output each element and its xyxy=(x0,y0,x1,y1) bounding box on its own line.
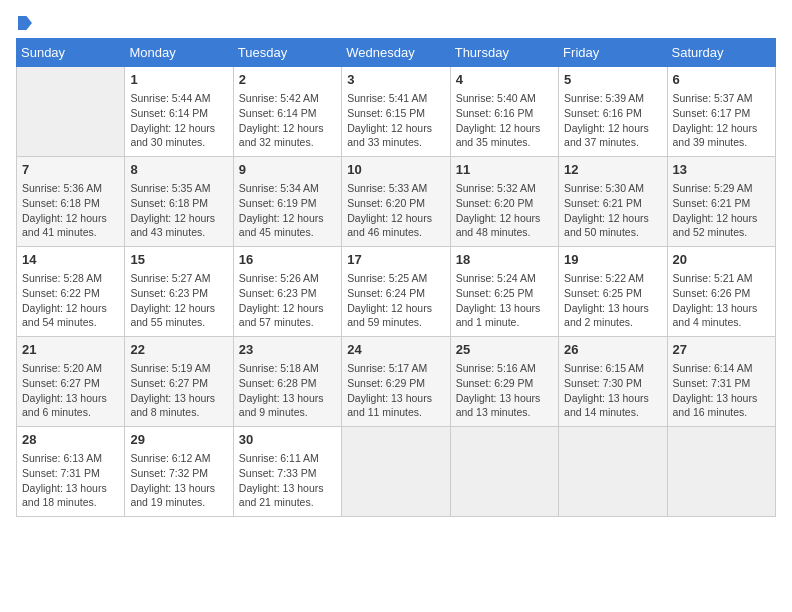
logo xyxy=(16,16,32,30)
day-number: 30 xyxy=(239,431,336,449)
day-number: 17 xyxy=(347,251,444,269)
day-number: 1 xyxy=(130,71,227,89)
day-info: Sunrise: 5:36 AM Sunset: 6:18 PM Dayligh… xyxy=(22,181,119,240)
day-info: Sunrise: 5:17 AM Sunset: 6:29 PM Dayligh… xyxy=(347,361,444,420)
logo-arrow-icon xyxy=(18,16,32,30)
day-number: 3 xyxy=(347,71,444,89)
calendar-week-row: 1Sunrise: 5:44 AM Sunset: 6:14 PM Daylig… xyxy=(17,67,776,157)
day-info: Sunrise: 5:22 AM Sunset: 6:25 PM Dayligh… xyxy=(564,271,661,330)
calendar-day-cell: 30Sunrise: 6:11 AM Sunset: 7:33 PM Dayli… xyxy=(233,427,341,517)
day-number: 14 xyxy=(22,251,119,269)
day-info: Sunrise: 5:24 AM Sunset: 6:25 PM Dayligh… xyxy=(456,271,553,330)
day-info: Sunrise: 6:11 AM Sunset: 7:33 PM Dayligh… xyxy=(239,451,336,510)
day-of-week-header: Friday xyxy=(559,39,667,67)
day-number: 16 xyxy=(239,251,336,269)
calendar-day-cell xyxy=(342,427,450,517)
day-info: Sunrise: 5:21 AM Sunset: 6:26 PM Dayligh… xyxy=(673,271,770,330)
calendar-week-row: 7Sunrise: 5:36 AM Sunset: 6:18 PM Daylig… xyxy=(17,157,776,247)
calendar-day-cell: 5Sunrise: 5:39 AM Sunset: 6:16 PM Daylig… xyxy=(559,67,667,157)
day-info: Sunrise: 5:27 AM Sunset: 6:23 PM Dayligh… xyxy=(130,271,227,330)
day-number: 25 xyxy=(456,341,553,359)
calendar-day-cell: 1Sunrise: 5:44 AM Sunset: 6:14 PM Daylig… xyxy=(125,67,233,157)
calendar-day-cell: 22Sunrise: 5:19 AM Sunset: 6:27 PM Dayli… xyxy=(125,337,233,427)
day-info: Sunrise: 5:20 AM Sunset: 6:27 PM Dayligh… xyxy=(22,361,119,420)
day-number: 26 xyxy=(564,341,661,359)
calendar-day-cell: 21Sunrise: 5:20 AM Sunset: 6:27 PM Dayli… xyxy=(17,337,125,427)
calendar-day-cell: 18Sunrise: 5:24 AM Sunset: 6:25 PM Dayli… xyxy=(450,247,558,337)
calendar-table: SundayMondayTuesdayWednesdayThursdayFrid… xyxy=(16,38,776,517)
calendar-day-cell: 27Sunrise: 6:14 AM Sunset: 7:31 PM Dayli… xyxy=(667,337,775,427)
day-number: 8 xyxy=(130,161,227,179)
day-number: 27 xyxy=(673,341,770,359)
calendar-day-cell: 17Sunrise: 5:25 AM Sunset: 6:24 PM Dayli… xyxy=(342,247,450,337)
day-number: 20 xyxy=(673,251,770,269)
calendar-day-cell: 2Sunrise: 5:42 AM Sunset: 6:14 PM Daylig… xyxy=(233,67,341,157)
day-info: Sunrise: 5:26 AM Sunset: 6:23 PM Dayligh… xyxy=(239,271,336,330)
calendar-day-cell: 3Sunrise: 5:41 AM Sunset: 6:15 PM Daylig… xyxy=(342,67,450,157)
day-number: 15 xyxy=(130,251,227,269)
day-of-week-header: Thursday xyxy=(450,39,558,67)
day-info: Sunrise: 5:42 AM Sunset: 6:14 PM Dayligh… xyxy=(239,91,336,150)
day-info: Sunrise: 5:39 AM Sunset: 6:16 PM Dayligh… xyxy=(564,91,661,150)
day-info: Sunrise: 5:35 AM Sunset: 6:18 PM Dayligh… xyxy=(130,181,227,240)
day-number: 10 xyxy=(347,161,444,179)
day-number: 6 xyxy=(673,71,770,89)
calendar-week-row: 21Sunrise: 5:20 AM Sunset: 6:27 PM Dayli… xyxy=(17,337,776,427)
day-number: 9 xyxy=(239,161,336,179)
page-header xyxy=(16,16,776,30)
day-info: Sunrise: 5:19 AM Sunset: 6:27 PM Dayligh… xyxy=(130,361,227,420)
day-info: Sunrise: 5:18 AM Sunset: 6:28 PM Dayligh… xyxy=(239,361,336,420)
calendar-day-cell: 8Sunrise: 5:35 AM Sunset: 6:18 PM Daylig… xyxy=(125,157,233,247)
day-info: Sunrise: 5:37 AM Sunset: 6:17 PM Dayligh… xyxy=(673,91,770,150)
calendar-day-cell: 25Sunrise: 5:16 AM Sunset: 6:29 PM Dayli… xyxy=(450,337,558,427)
day-info: Sunrise: 6:13 AM Sunset: 7:31 PM Dayligh… xyxy=(22,451,119,510)
day-info: Sunrise: 5:25 AM Sunset: 6:24 PM Dayligh… xyxy=(347,271,444,330)
calendar-day-cell: 11Sunrise: 5:32 AM Sunset: 6:20 PM Dayli… xyxy=(450,157,558,247)
day-number: 12 xyxy=(564,161,661,179)
calendar-day-cell: 19Sunrise: 5:22 AM Sunset: 6:25 PM Dayli… xyxy=(559,247,667,337)
calendar-day-cell: 6Sunrise: 5:37 AM Sunset: 6:17 PM Daylig… xyxy=(667,67,775,157)
day-number: 28 xyxy=(22,431,119,449)
day-number: 18 xyxy=(456,251,553,269)
day-number: 4 xyxy=(456,71,553,89)
day-of-week-header: Wednesday xyxy=(342,39,450,67)
day-number: 29 xyxy=(130,431,227,449)
calendar-day-cell xyxy=(667,427,775,517)
calendar-day-cell: 23Sunrise: 5:18 AM Sunset: 6:28 PM Dayli… xyxy=(233,337,341,427)
calendar-day-cell xyxy=(559,427,667,517)
day-number: 7 xyxy=(22,161,119,179)
day-info: Sunrise: 5:40 AM Sunset: 6:16 PM Dayligh… xyxy=(456,91,553,150)
calendar-day-cell: 13Sunrise: 5:29 AM Sunset: 6:21 PM Dayli… xyxy=(667,157,775,247)
calendar-week-row: 28Sunrise: 6:13 AM Sunset: 7:31 PM Dayli… xyxy=(17,427,776,517)
day-info: Sunrise: 5:44 AM Sunset: 6:14 PM Dayligh… xyxy=(130,91,227,150)
day-number: 23 xyxy=(239,341,336,359)
calendar-day-cell xyxy=(450,427,558,517)
day-number: 22 xyxy=(130,341,227,359)
day-info: Sunrise: 5:28 AM Sunset: 6:22 PM Dayligh… xyxy=(22,271,119,330)
calendar-day-cell: 7Sunrise: 5:36 AM Sunset: 6:18 PM Daylig… xyxy=(17,157,125,247)
day-info: Sunrise: 5:29 AM Sunset: 6:21 PM Dayligh… xyxy=(673,181,770,240)
day-of-week-header: Sunday xyxy=(17,39,125,67)
day-number: 21 xyxy=(22,341,119,359)
calendar-day-cell xyxy=(17,67,125,157)
calendar-day-cell: 12Sunrise: 5:30 AM Sunset: 6:21 PM Dayli… xyxy=(559,157,667,247)
calendar-day-cell: 26Sunrise: 6:15 AM Sunset: 7:30 PM Dayli… xyxy=(559,337,667,427)
day-of-week-header: Monday xyxy=(125,39,233,67)
day-info: Sunrise: 5:16 AM Sunset: 6:29 PM Dayligh… xyxy=(456,361,553,420)
calendar-day-cell: 14Sunrise: 5:28 AM Sunset: 6:22 PM Dayli… xyxy=(17,247,125,337)
calendar-day-cell: 15Sunrise: 5:27 AM Sunset: 6:23 PM Dayli… xyxy=(125,247,233,337)
calendar-day-cell: 9Sunrise: 5:34 AM Sunset: 6:19 PM Daylig… xyxy=(233,157,341,247)
day-number: 13 xyxy=(673,161,770,179)
day-number: 24 xyxy=(347,341,444,359)
calendar-day-cell: 24Sunrise: 5:17 AM Sunset: 6:29 PM Dayli… xyxy=(342,337,450,427)
calendar-day-cell: 28Sunrise: 6:13 AM Sunset: 7:31 PM Dayli… xyxy=(17,427,125,517)
calendar-day-cell: 16Sunrise: 5:26 AM Sunset: 6:23 PM Dayli… xyxy=(233,247,341,337)
day-info: Sunrise: 5:33 AM Sunset: 6:20 PM Dayligh… xyxy=(347,181,444,240)
calendar-day-cell: 29Sunrise: 6:12 AM Sunset: 7:32 PM Dayli… xyxy=(125,427,233,517)
day-info: Sunrise: 6:14 AM Sunset: 7:31 PM Dayligh… xyxy=(673,361,770,420)
calendar-day-cell: 20Sunrise: 5:21 AM Sunset: 6:26 PM Dayli… xyxy=(667,247,775,337)
day-info: Sunrise: 5:41 AM Sunset: 6:15 PM Dayligh… xyxy=(347,91,444,150)
day-number: 2 xyxy=(239,71,336,89)
day-info: Sunrise: 6:15 AM Sunset: 7:30 PM Dayligh… xyxy=(564,361,661,420)
calendar-header-row: SundayMondayTuesdayWednesdayThursdayFrid… xyxy=(17,39,776,67)
